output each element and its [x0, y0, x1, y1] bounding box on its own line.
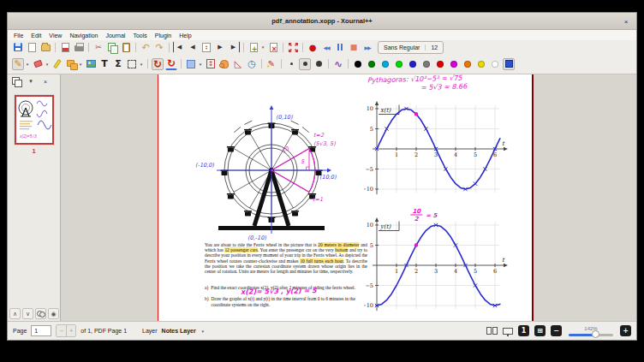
select-object-dropdown[interactable]: ▾ — [78, 62, 83, 67]
cut-button[interactable]: ✂ — [92, 41, 104, 53]
redo-button[interactable]: ↷ — [153, 41, 165, 53]
compass-tool-button[interactable]: ◷ — [246, 58, 258, 70]
open-button[interactable] — [39, 41, 51, 53]
font-selector[interactable]: Sans Regular 12 — [378, 41, 444, 54]
seek-backward-button[interactable]: ◀◀ — [320, 41, 332, 53]
color-swatch-blue[interactable] — [407, 58, 419, 70]
layer-label: Layer — [142, 328, 158, 334]
zoom-out-button[interactable]: − — [551, 325, 562, 336]
color-swatch-black[interactable] — [352, 58, 364, 70]
preview-tab-button[interactable] — [12, 77, 21, 86]
thickness-fine-button[interactable] — [285, 58, 297, 70]
pen-tool-button[interactable]: ✎ — [12, 58, 24, 70]
color-swatch-gray[interactable] — [420, 58, 432, 70]
eraser-tool-button[interactable] — [32, 58, 44, 70]
tex-tool-button[interactable]: Σ — [112, 58, 124, 70]
zoom-slider-track[interactable] — [569, 334, 613, 336]
snap-grid-toggle[interactable]: ↻ — [165, 58, 177, 70]
new-document-button[interactable] — [26, 41, 38, 53]
last-page-button[interactable]: ▶ — [228, 41, 240, 53]
paste-button[interactable] — [120, 41, 132, 53]
shape-recognizer-button[interactable]: ✎★ — [265, 58, 277, 70]
page-number-input[interactable]: 1 — [31, 325, 51, 336]
sidebar-dropdown[interactable]: ▾ — [27, 77, 35, 86]
vertical-space-tool-button[interactable]: ↕ — [205, 58, 217, 70]
zoom-fit-button[interactable]: ⊞ — [534, 325, 546, 336]
item-b: b) Draw the graphs of x(t) and y(t) in t… — [205, 296, 371, 307]
svg-text:t: t — [502, 140, 505, 147]
export-pdf-button[interactable] — [59, 41, 71, 53]
menu-plugin[interactable]: Plugin — [155, 33, 171, 39]
insert-image-button[interactable] — [85, 58, 97, 70]
copy-button[interactable] — [106, 41, 118, 53]
record-audio-button[interactable]: ● — [307, 41, 319, 53]
link-pages-button[interactable] — [35, 308, 46, 319]
thickness-medium-button[interactable] — [299, 58, 311, 70]
dual-page-view-button[interactable] — [486, 327, 498, 335]
pen-options-dropdown[interactable]: ▾ — [25, 62, 30, 67]
svg-text:x(2)=5√3: x(2)=5√3 — [19, 134, 37, 139]
snap-rotation-toggle[interactable]: ↻ — [152, 58, 164, 70]
sidebar-close-icon[interactable]: × — [41, 77, 50, 86]
color-swatch-light-green[interactable] — [393, 58, 405, 70]
selection-dropdown[interactable]: ▾ — [139, 62, 144, 67]
color-swatch-yellow[interactable] — [475, 58, 487, 70]
zoom-slider-thumb[interactable] — [592, 330, 599, 338]
fill-opacity-dropdown[interactable]: ▾ — [198, 62, 203, 67]
highlighter-tool-button[interactable] — [51, 58, 63, 70]
new-page-after-button[interactable] — [247, 41, 259, 53]
print-button[interactable] — [73, 41, 85, 53]
next-page-button[interactable]: ▶ — [214, 41, 226, 53]
menu-edit[interactable]: Edit — [31, 33, 41, 39]
scroll-up-button[interactable]: ∧ — [9, 308, 21, 319]
menu-tools[interactable]: Tools — [133, 33, 146, 39]
scroll-down-button[interactable]: ∨ — [22, 308, 33, 319]
select-rectangle-button[interactable] — [126, 58, 138, 70]
select-object-tool-button[interactable] — [65, 58, 77, 70]
color-swatch-cyan[interactable] — [379, 58, 391, 70]
color-swatch-red[interactable] — [434, 58, 446, 70]
fill-toggle[interactable] — [185, 58, 197, 70]
menu-journal[interactable]: Journal — [105, 33, 125, 39]
focus-page-button[interactable]: ◉ — [48, 308, 59, 319]
undo-button[interactable]: ↶ — [140, 41, 152, 53]
delete-page-button[interactable] — [267, 41, 279, 53]
page-decrement-button[interactable]: − — [57, 325, 66, 336]
seek-forward-button[interactable]: ▶▶ — [361, 41, 373, 53]
page-increment-button[interactable]: + — [66, 325, 75, 336]
hand-tool-button[interactable] — [218, 58, 230, 70]
menu-view[interactable]: View — [49, 33, 62, 39]
window-close-icon[interactable]: × — [621, 16, 631, 27]
fullscreen-button[interactable] — [287, 41, 299, 53]
pdf-page[interactable]: Pythagoras: √10²−5² = √75 = 5√3 ≈ 8.66 — [158, 74, 534, 321]
color-swatch-magenta[interactable] — [448, 58, 460, 70]
menu-navigation[interactable]: Navigation — [69, 33, 98, 39]
color-swatch-white[interactable] — [489, 58, 501, 70]
color-swatch-orange[interactable] — [462, 58, 474, 70]
zoom-in-button[interactable]: + — [620, 325, 631, 336]
layer-value[interactable]: Notes Layer — [162, 328, 196, 334]
save-button[interactable] — [12, 41, 24, 53]
layer-dropdown[interactable]: ▾ — [200, 329, 206, 334]
eraser-options-dropdown[interactable]: ▾ — [45, 62, 50, 67]
zoom-slider[interactable]: 142% — [567, 326, 615, 336]
pause-playback-button[interactable] — [334, 41, 346, 53]
text-tool-button[interactable]: T — [98, 58, 110, 70]
spline-tool-button[interactable]: ∿ — [332, 58, 344, 70]
color-swatch-green[interactable] — [366, 58, 378, 70]
zoom-100-button[interactable]: 1 — [518, 325, 529, 336]
presentation-mode-button[interactable] — [503, 328, 513, 335]
setsquare-tool-button[interactable]: ◺ — [232, 58, 244, 70]
color-chooser-button[interactable] — [503, 58, 515, 70]
thickness-thick-button[interactable] — [313, 58, 325, 70]
ferris-height-label: 5 — [301, 158, 305, 165]
font-name: Sans Regular — [384, 45, 420, 50]
page-thumbnail[interactable]: x(2)=5√3 — [15, 95, 54, 145]
new-page-dropdown[interactable]: ▾ — [260, 45, 265, 50]
menu-file[interactable]: File — [14, 33, 23, 39]
stop-playback-button[interactable]: ■ — [348, 41, 360, 53]
goto-page-button[interactable]: ▴▾ — [200, 41, 212, 53]
previous-page-button[interactable]: ◀ — [187, 41, 199, 53]
first-page-button[interactable]: ◀ — [173, 41, 185, 53]
menu-help[interactable]: Help — [179, 33, 191, 39]
